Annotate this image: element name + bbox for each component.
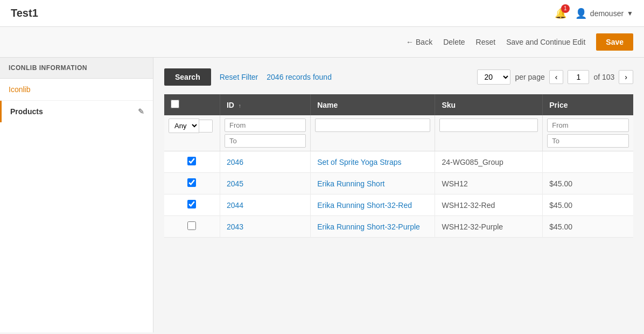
row-sku-cell: 24-WG085_Group [435,151,543,173]
row-checkbox[interactable] [187,221,196,230]
username: demouser [590,9,624,18]
row-id[interactable]: 2044 [227,201,243,210]
row-sku: 24-WG085_Group [442,158,503,166]
row-name-cell: Set of Sprite Yoga Straps [311,151,435,173]
filter-cell-sku [435,115,543,151]
pagination: ‹ of 103 › [549,70,633,84]
main-layout: ICONLIB INFORMATION Iconlib Products ✎ S… [0,58,644,332]
delete-button[interactable]: Delete [443,38,465,46]
per-page-group: 20 50 100 200 per page ‹ of 103 › [477,69,633,85]
table-body: 2046 Set of Sprite Yoga Straps 24-WG085_… [164,151,633,238]
chevron-down-icon: ▼ [627,10,633,17]
row-checkbox-cell[interactable] [164,194,220,216]
top-nav-right: 🔔 1 👤 demouser ▼ [555,8,633,19]
row-id-cell: 2046 [220,151,310,173]
reset-button[interactable]: Reset [476,38,496,46]
th-id-label: ID [227,101,234,109]
filter-price-to[interactable] [547,134,629,148]
filter-row: Any ▼ [164,115,633,151]
row-name[interactable]: Erika Running Short [317,179,384,188]
notification-badge: 1 [561,4,570,13]
delete-label: Delete [443,38,465,46]
back-arrow-icon: ← [406,38,414,46]
sidebar-item-iconlib[interactable]: Iconlib [0,79,153,101]
row-price-cell: $45.00 [543,216,633,238]
table-header-row: ID ↑ Name Sku Price [164,94,633,115]
th-price-label: Price [549,101,568,109]
filter-cell-price [543,115,633,151]
row-checkbox-cell[interactable] [164,173,220,194]
row-id[interactable]: 2046 [227,158,243,166]
row-checkbox-cell[interactable] [164,216,220,238]
table-row: 2046 Set of Sprite Yoga Straps 24-WG085_… [164,151,633,173]
row-id-cell: 2043 [220,216,310,238]
row-id[interactable]: 2045 [227,179,243,188]
row-sku: WSH12-32-Purple [442,222,503,231]
row-checkbox[interactable] [187,178,196,187]
select-all-checkbox[interactable] [171,100,179,108]
per-page-dropdown[interactable]: 20 50 100 200 [478,70,510,84]
row-name-cell: Erika Running Short-32-Red [311,194,435,216]
user-menu[interactable]: 👤 demouser ▼ [575,8,633,19]
back-label: Back [416,38,432,46]
notification-bell[interactable]: 🔔 1 [555,8,566,19]
row-name[interactable]: Erika Running Short-32-Purple [317,222,420,231]
reset-filter-button[interactable]: Reset Filter [220,73,258,81]
any-arrow-icon[interactable]: ▼ [199,120,213,133]
reset-filter-label: Reset Filter [220,73,258,81]
th-name-label: Name [317,101,338,109]
table-row: 2044 Erika Running Short-32-Red WSH12-32… [164,194,633,216]
row-id-cell: 2044 [220,194,310,216]
row-price-cell: $45.00 [543,194,633,216]
row-id-cell: 2045 [220,173,310,194]
row-price-cell: $45.00 [543,173,633,194]
sidebar-item-products[interactable]: Products ✎ [0,101,153,122]
back-button[interactable]: ← Back [406,38,432,46]
save-label: Save [606,38,624,46]
reset-label: Reset [476,38,496,46]
row-checkbox-cell[interactable] [164,151,220,173]
th-sku: Sku [435,94,543,115]
filter-sku[interactable] [439,119,538,132]
row-name-cell: Erika Running Short-32-Purple [311,216,435,238]
th-sku-label: Sku [442,101,456,109]
page-input[interactable] [568,70,589,84]
row-id[interactable]: 2043 [227,222,243,231]
row-price: $45.00 [549,222,572,231]
filter-price-from[interactable] [547,119,629,132]
row-price-cell [543,151,633,173]
any-select[interactable]: Any ▼ [169,119,215,133]
filter-cell-checkbox: Any ▼ [164,115,220,151]
prev-page-button[interactable]: ‹ [549,70,564,84]
any-dropdown[interactable]: Any [169,119,199,133]
row-sku-cell: WSH12-32-Purple [435,216,543,238]
row-price: $45.00 [549,179,572,188]
toolbar: ← Back Delete Reset Save and Continue Ed… [0,27,644,58]
row-checkbox[interactable] [187,157,196,165]
row-name[interactable]: Erika Running Short-32-Red [317,201,412,210]
sort-icon: ↑ [239,103,241,109]
th-name: Name [311,94,435,115]
save-continue-label: Save and Continue Edit [506,38,585,46]
sidebar: ICONLIB INFORMATION Iconlib Products ✎ [0,58,153,332]
filter-id-to[interactable] [225,134,306,148]
row-checkbox[interactable] [187,200,196,208]
search-button[interactable]: Search [164,68,211,86]
edit-icon: ✎ [138,107,144,116]
per-page-select[interactable]: 20 50 100 200 [477,69,510,85]
filter-cell-name [311,115,435,151]
filter-id-from[interactable] [225,119,306,132]
th-id[interactable]: ID ↑ [220,94,310,115]
save-button[interactable]: Save [596,33,633,51]
filter-name[interactable] [315,119,430,132]
save-continue-button[interactable]: Save and Continue Edit [506,38,585,46]
sidebar-section-title: ICONLIB INFORMATION [0,58,153,79]
row-sku-cell: WSH12 [435,173,543,194]
th-price: Price [543,94,633,115]
content: Search Reset Filter 2046 records found 2… [153,58,644,332]
next-page-button[interactable]: › [619,70,633,84]
app-title: Test1 [11,7,38,19]
sidebar-item-products-label: Products [10,107,43,116]
row-name[interactable]: Set of Sprite Yoga Straps [317,158,401,166]
data-table: ID ↑ Name Sku Price [164,94,633,238]
